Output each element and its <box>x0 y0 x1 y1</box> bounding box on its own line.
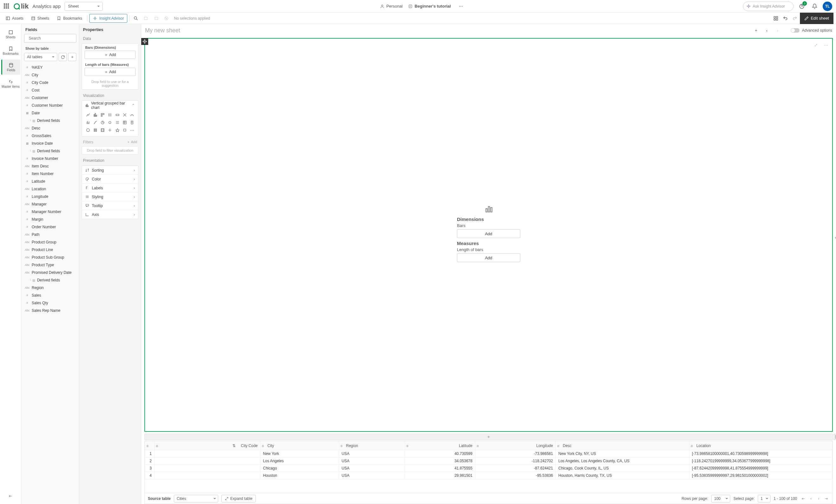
add-field-icon[interactable]: ＋ <box>68 53 76 61</box>
redo-icon[interactable] <box>791 14 799 23</box>
undo-icon[interactable] <box>781 14 790 23</box>
app-launcher-icon[interactable] <box>4 3 10 9</box>
field-item[interactable]: #Manager Number <box>21 208 79 216</box>
field-item[interactable]: #Sales Qty <box>21 299 79 307</box>
assets-button[interactable]: Assets <box>2 14 26 23</box>
field-item[interactable]: #Customer Number <box>21 102 79 109</box>
presentation-axis[interactable]: Axis› <box>82 210 138 219</box>
presentation-tooltip[interactable]: Tooltip› <box>82 201 138 210</box>
column-menu-icon[interactable]: ≡ <box>557 444 559 448</box>
field-item[interactable]: ▦Date <box>21 109 79 117</box>
field-item[interactable]: AbcDesc <box>21 124 79 132</box>
field-item[interactable]: AbcCustomer <box>21 94 79 102</box>
clear-selections-icon[interactable] <box>162 14 171 23</box>
last-page-icon[interactable]: ⇥ <box>823 496 829 502</box>
table-layout-icon[interactable] <box>834 434 836 440</box>
advanced-toggle[interactable] <box>791 28 800 33</box>
field-item[interactable]: AbcPath <box>21 231 79 238</box>
viz-more-icon[interactable]: ⋯ <box>129 127 135 134</box>
rail-fields[interactable]: Fields <box>1 59 20 75</box>
next-sheet-icon[interactable]: › <box>774 26 782 35</box>
rail-master-items[interactable]: Master items <box>1 76 20 91</box>
source-table-select[interactable]: Cities <box>174 495 218 502</box>
add-dimension-button[interactable]: ＋ Add <box>84 51 135 59</box>
field-item[interactable]: #Order Number <box>21 223 79 231</box>
selection-back-icon[interactable] <box>141 14 150 23</box>
field-item[interactable]: └ ▦Derived fields <box>21 117 79 124</box>
viz-type-icon[interactable] <box>114 112 121 118</box>
column-header[interactable]: ≡⇅ City Code <box>154 441 261 450</box>
field-item[interactable]: #Latitude <box>21 178 79 185</box>
chart-placeholder[interactable]: ⤢ ⋯ Dimensions Bars Add Measures Length … <box>145 38 833 432</box>
field-item[interactable]: #Margin <box>21 216 79 223</box>
next-page-icon[interactable]: › <box>815 496 822 502</box>
field-item[interactable]: #Invoice Number <box>21 155 79 162</box>
field-item[interactable]: AbcManager <box>21 200 79 208</box>
edit-sheet-button[interactable]: Edit sheet <box>800 13 834 24</box>
rail-bookmarks[interactable]: Bookmarks <box>1 43 20 58</box>
viz-type-icon[interactable] <box>114 119 121 126</box>
field-item[interactable]: #GrossSales <box>21 132 79 140</box>
viz-type-icon[interactable] <box>84 112 91 118</box>
move-handle-icon[interactable] <box>141 38 148 45</box>
viz-type-icon[interactable] <box>121 119 128 126</box>
expand-table-button[interactable]: Expand table <box>221 495 256 502</box>
viz-type-icon[interactable] <box>107 119 113 126</box>
viz-more-icon[interactable]: ⋯ <box>821 40 830 50</box>
viz-type-icon[interactable] <box>99 112 106 118</box>
field-item[interactable]: AbcSales Rep Name <box>21 307 79 314</box>
insight-advisor-button[interactable]: Insight Advisor <box>89 14 127 23</box>
column-header[interactable]: ≡Latitude <box>405 441 475 450</box>
expand-viz-icon[interactable]: ⤢ <box>811 40 820 50</box>
field-item[interactable]: AbcRegion <box>21 284 79 292</box>
field-item[interactable]: AbcLocation <box>21 185 79 193</box>
column-header[interactable]: ≡Location <box>689 441 833 450</box>
field-item[interactable]: AbcProduct Group <box>21 238 79 246</box>
add-filter-icon[interactable]: ＋ Add <box>127 140 137 144</box>
column-menu-icon[interactable]: ≡ <box>156 444 158 448</box>
field-item[interactable]: #Item Number <box>21 170 79 178</box>
more-icon[interactable]: ⋯ <box>457 2 466 11</box>
column-menu-icon[interactable]: ≡ <box>262 444 264 448</box>
viz-type-icon[interactable] <box>92 119 98 126</box>
viz-type-icon[interactable] <box>107 112 113 118</box>
viz-type-icon[interactable] <box>84 119 91 126</box>
column-menu-icon[interactable]: ≡ <box>340 444 343 448</box>
fields-search-input[interactable] <box>29 36 76 40</box>
grid-icon[interactable] <box>772 14 780 23</box>
table-row[interactable]: 2Los AngelesUSA34.053678-118.242702Los A… <box>145 458 833 465</box>
tables-dropdown[interactable]: All tables <box>24 53 57 61</box>
field-item[interactable]: AbcProduct Line <box>21 246 79 254</box>
bookmarks-button[interactable]: Bookmarks <box>54 14 85 23</box>
prev-sheet-icon[interactable]: ‹ <box>763 26 771 35</box>
field-item[interactable]: AbcCity <box>21 71 79 79</box>
column-header[interactable]: ≡Region <box>339 441 405 450</box>
rail-sheets[interactable]: Sheets <box>1 26 20 42</box>
add-sheet-icon[interactable]: ＋ <box>752 26 760 35</box>
field-item[interactable]: #Longitude <box>21 193 79 200</box>
prev-page-icon[interactable]: ‹ <box>808 496 814 502</box>
first-page-icon[interactable]: ⇤ <box>800 496 806 502</box>
column-menu-icon[interactable]: ≡ <box>146 444 149 448</box>
viz-type-icon[interactable] <box>99 119 106 126</box>
presentation-labels[interactable]: Labels› <box>82 183 138 192</box>
sheets-button[interactable]: Sheets <box>28 14 52 23</box>
canvas-add-dim-button[interactable]: Add <box>457 229 520 238</box>
side-add-icon[interactable]: ＋ <box>833 235 836 240</box>
column-menu-icon[interactable]: ≡ <box>691 444 693 448</box>
field-item[interactable]: └ ▦Derived fields <box>21 276 79 284</box>
user-avatar[interactable]: TL <box>823 2 832 11</box>
refresh-fields-icon[interactable] <box>59 53 67 61</box>
add-measure-button[interactable]: ＋ Add <box>84 68 135 76</box>
presentation-styling[interactable]: Styling› <box>82 192 138 201</box>
table-row[interactable]: 3ChicagoUSA41.875555-87.624421Chicago, C… <box>145 465 833 472</box>
rows-per-page-select[interactable]: 100 <box>711 495 730 502</box>
field-item[interactable]: #Cost <box>21 86 79 94</box>
sheet-title[interactable]: My new sheet <box>145 27 180 34</box>
field-item[interactable]: ▦Invoice Date <box>21 140 79 147</box>
column-header[interactable]: ≡City <box>260 441 339 450</box>
help-icon[interactable]: 3 <box>797 2 806 11</box>
insight-search[interactable]: Ask Insight Advisor <box>743 2 794 11</box>
viz-type-icon[interactable] <box>114 127 121 134</box>
column-header[interactable]: ≡Desc <box>556 441 689 450</box>
